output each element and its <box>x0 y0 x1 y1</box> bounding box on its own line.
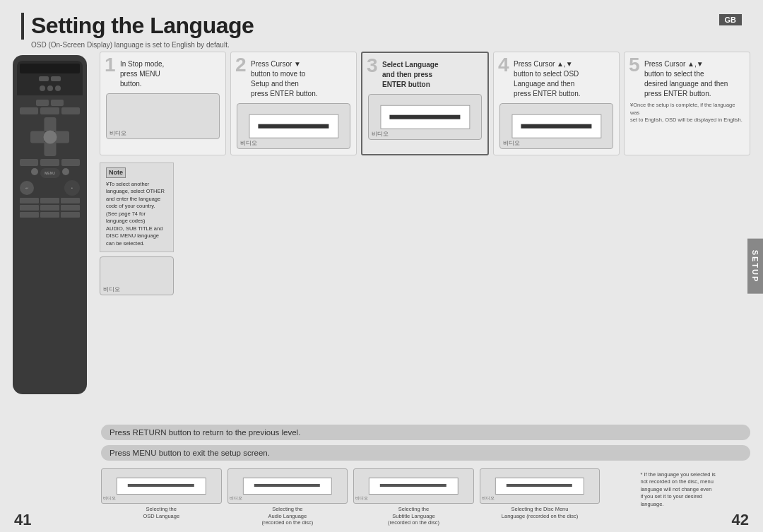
screen-inner <box>380 105 470 129</box>
title-bar <box>21 13 24 40</box>
page: Setting the Language OSD (On-Screen Disp… <box>0 0 763 532</box>
step-5-number: 5 <box>629 55 640 75</box>
remote-small-btn[interactable] <box>40 212 59 218</box>
remote-bottom-grid <box>20 198 80 218</box>
remote-small-btn[interactable] <box>61 205 80 211</box>
remote-btn-circle[interactable] <box>31 168 38 175</box>
step-4: 4 Press Cursor ▲,▼ button to select OSD … <box>493 52 620 155</box>
remote-btn-circle[interactable] <box>62 168 69 175</box>
title-section: Setting the Language OSD (On-Screen Disp… <box>21 13 254 49</box>
screen-note: 비디오 <box>100 256 174 295</box>
remote-small-btn[interactable] <box>20 205 39 211</box>
dpad-center[interactable] <box>43 130 57 143</box>
page-title: Setting the Language <box>31 13 254 38</box>
setup-tab: SETUP <box>747 238 763 294</box>
bs-label: 비디오 <box>230 495 242 502</box>
remote-small-btn[interactable] <box>61 198 80 203</box>
bs-inner <box>117 478 206 495</box>
main-content: MENU ↩ • <box>0 52 763 420</box>
remote-grid-btn[interactable] <box>40 159 59 166</box>
remote-grid-btn[interactable] <box>61 107 80 114</box>
lower-area: Note ¥To select another language, select… <box>100 160 750 420</box>
screen-4: 비디오 <box>499 103 613 149</box>
step-3-text: Select Language and then press ENTER but… <box>368 59 482 90</box>
remote-small-btn[interactable] <box>40 205 59 211</box>
bs-inner <box>369 478 458 495</box>
remote-small-btn[interactable] <box>40 198 59 203</box>
bs-highlight <box>507 484 572 487</box>
notice-return: Press RETURN button to return to the pre… <box>101 425 750 440</box>
remote-small-btn[interactable] <box>20 198 39 203</box>
screen-1: 비디오 <box>106 93 220 139</box>
dpad-left[interactable] <box>30 131 45 143</box>
screen-highlight <box>389 114 460 119</box>
page-num-left: 41 <box>14 511 31 532</box>
step5-note: ¥Once the setup is complete, if the lang… <box>630 102 744 124</box>
remote-btn-lg[interactable] <box>51 100 64 106</box>
screen-highlight <box>258 124 329 129</box>
gb-badge: GB <box>719 14 743 25</box>
bs-label: 비디오 <box>355 495 368 502</box>
step-4-number: 4 <box>498 55 509 75</box>
screen-label: 비디오 <box>110 129 126 137</box>
bs-highlight <box>380 484 446 487</box>
header: Setting the Language OSD (On-Screen Disp… <box>0 0 763 52</box>
dpad-down[interactable] <box>44 142 56 156</box>
notice-menu: Press MENU button to exit the setup scre… <box>101 445 750 461</box>
remote-btn[interactable] <box>39 76 49 81</box>
menu-button[interactable]: MENU <box>40 168 60 178</box>
step-2-text: Press Cursor ▼ button to move to Setup a… <box>237 58 350 99</box>
dpad-up[interactable] <box>44 117 56 131</box>
remote-top <box>17 61 83 95</box>
step-1-number: 1 <box>105 55 116 75</box>
remote-section: MENU ↩ • <box>13 52 94 420</box>
remote-small-btn[interactable] <box>20 212 39 218</box>
steps-area: 1 In Stop mode, press MENU button. 비디오 2… <box>100 52 750 420</box>
bs-highlight <box>128 484 194 487</box>
bottom-screen-2: 비디오 <box>227 468 348 504</box>
bottom-screen-4: 비디오 <box>480 468 601 504</box>
misc-button[interactable]: • <box>64 180 80 196</box>
bs-inner <box>495 478 584 495</box>
remote-btn-sm[interactable] <box>55 85 61 91</box>
remote-grid-btn[interactable] <box>61 159 80 166</box>
note-column: Note ¥To select another language, select… <box>100 160 174 420</box>
step-4-text: Press Cursor ▲,▼ button to select OSD La… <box>499 58 613 99</box>
note-text: ¥To select another language, select OTHE… <box>106 181 167 248</box>
note-box: Note ¥To select another language, select… <box>100 162 174 252</box>
bottom-note-text: * If the language you selected isnot rec… <box>637 468 718 512</box>
screen-2: 비디오 <box>237 103 350 149</box>
screen-label: 비디오 <box>503 139 520 147</box>
screen-3: 비디오 <box>368 94 482 140</box>
step-3: 3 Select Language and then press ENTER b… <box>361 52 489 155</box>
remote-grid-btn[interactable] <box>40 107 59 114</box>
remote-btn-sm[interactable] <box>47 85 53 91</box>
screen-label: 비디오 <box>103 285 120 293</box>
note-title: Note <box>106 167 126 178</box>
remote-btn-lg[interactable] <box>36 100 49 106</box>
remote-grid-btn[interactable] <box>20 159 38 166</box>
dpad-right[interactable] <box>55 131 69 143</box>
page-numbers: 41 42 <box>0 511 763 532</box>
screen-inner <box>249 114 338 138</box>
page-num-right: 42 <box>732 511 749 532</box>
remote-control: MENU ↩ • <box>13 55 87 394</box>
dpad[interactable] <box>30 117 69 156</box>
bs-label: 비디오 <box>482 495 495 502</box>
remote-display <box>20 64 80 73</box>
step-3-number: 3 <box>367 56 378 76</box>
steps-row: 1 In Stop mode, press MENU button. 비디오 2… <box>100 52 750 155</box>
remote-grid-btn[interactable] <box>20 107 38 114</box>
bs-inner <box>243 478 332 495</box>
bs-label: 비디오 <box>103 495 116 502</box>
bottom-screen-1: 비디오 <box>101 468 222 504</box>
remote-small-btn[interactable] <box>61 212 80 218</box>
screen-inner <box>511 114 601 138</box>
step-2: 2 Press Cursor ▼ button to move to Setup… <box>230 52 357 155</box>
return-section: ↩ • <box>20 180 80 196</box>
notice-column <box>178 160 750 420</box>
remote-btn[interactable] <box>51 76 61 81</box>
remote-btn-sm[interactable] <box>40 85 45 91</box>
step-1-text: In Stop mode, press MENU button. <box>106 58 220 89</box>
return-button[interactable]: ↩ <box>20 181 34 195</box>
